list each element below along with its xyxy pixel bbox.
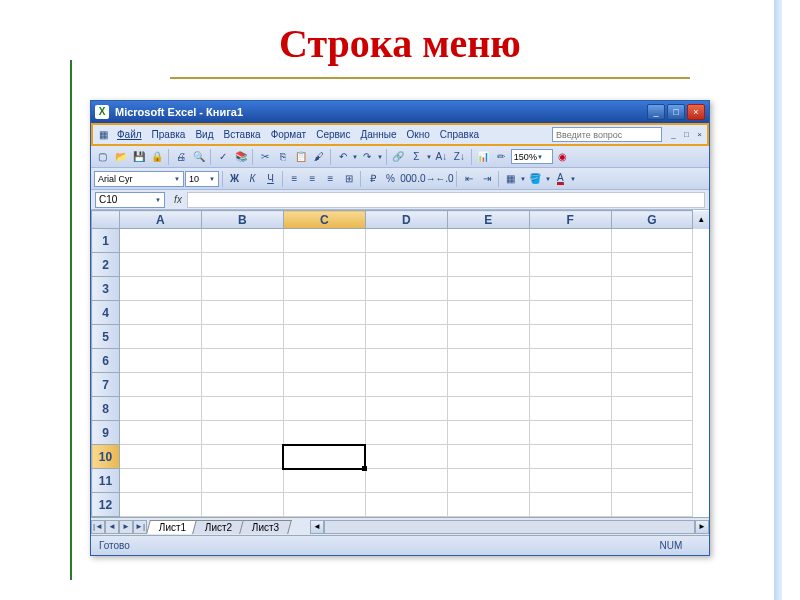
column-header-C[interactable]: C xyxy=(283,211,365,229)
menu-help[interactable]: Справка xyxy=(435,127,484,142)
sheet-tab-2[interactable]: Лист2 xyxy=(192,520,245,534)
cell-G4[interactable] xyxy=(611,301,693,325)
sheet-tab-1[interactable]: Лист1 xyxy=(146,520,199,534)
align-right-icon[interactable]: ≡ xyxy=(322,170,339,187)
column-header-E[interactable]: E xyxy=(447,211,529,229)
cell-F9[interactable] xyxy=(529,421,611,445)
drawing-icon[interactable]: ✏ xyxy=(493,148,510,165)
cell-D5[interactable] xyxy=(365,325,447,349)
cell-E5[interactable] xyxy=(447,325,529,349)
doc-close[interactable]: × xyxy=(694,129,705,140)
cell-B6[interactable] xyxy=(201,349,283,373)
column-header-A[interactable]: A xyxy=(119,211,201,229)
format-painter-icon[interactable]: 🖌 xyxy=(310,148,327,165)
cell-A10[interactable] xyxy=(119,445,201,469)
row-header-10[interactable]: 10 xyxy=(92,445,120,469)
vertical-scrollbar[interactable]: ▲ xyxy=(693,211,709,229)
scroll-left-icon[interactable]: ◄ xyxy=(310,520,324,534)
cell-A2[interactable] xyxy=(119,253,201,277)
merge-center-icon[interactable]: ⊞ xyxy=(340,170,357,187)
cell-B12[interactable] xyxy=(201,493,283,517)
row-header-7[interactable]: 7 xyxy=(92,373,120,397)
cell-B7[interactable] xyxy=(201,373,283,397)
fx-icon[interactable]: fx xyxy=(169,194,187,205)
align-left-icon[interactable]: ≡ xyxy=(286,170,303,187)
cell-G5[interactable] xyxy=(611,325,693,349)
decrease-indent-icon[interactable]: ⇤ xyxy=(460,170,477,187)
zoom-combo[interactable]: 150%▼ xyxy=(511,149,553,164)
cell-D4[interactable] xyxy=(365,301,447,325)
cell-E7[interactable] xyxy=(447,373,529,397)
tab-first[interactable]: |◄ xyxy=(91,520,105,534)
close-button[interactable]: × xyxy=(687,104,705,120)
copy-icon[interactable]: ⎘ xyxy=(274,148,291,165)
comma-icon[interactable]: 000 xyxy=(400,170,417,187)
control-icon[interactable]: ▦ xyxy=(95,126,112,143)
column-header-B[interactable]: B xyxy=(201,211,283,229)
cell-F12[interactable] xyxy=(529,493,611,517)
cell-C11[interactable] xyxy=(283,469,365,493)
permission-icon[interactable]: 🔒 xyxy=(148,148,165,165)
cell-E6[interactable] xyxy=(447,349,529,373)
autosum-button[interactable]: Σ▼ xyxy=(408,148,432,165)
cell-D6[interactable] xyxy=(365,349,447,373)
cell-A8[interactable] xyxy=(119,397,201,421)
cell-E11[interactable] xyxy=(447,469,529,493)
cell-E10[interactable] xyxy=(447,445,529,469)
font-combo[interactable]: Arial Cyr▼ xyxy=(94,171,184,187)
menu-format[interactable]: Формат xyxy=(266,127,312,142)
cell-G2[interactable] xyxy=(611,253,693,277)
help-icon[interactable]: ◉ xyxy=(554,148,571,165)
hyperlink-icon[interactable]: 🔗 xyxy=(390,148,407,165)
paste-icon[interactable]: 📋 xyxy=(292,148,309,165)
name-box[interactable]: C10▼ xyxy=(95,192,165,208)
cell-F11[interactable] xyxy=(529,469,611,493)
column-header-D[interactable]: D xyxy=(365,211,447,229)
menu-window[interactable]: Окно xyxy=(402,127,435,142)
cell-G6[interactable] xyxy=(611,349,693,373)
cell-A1[interactable] xyxy=(119,229,201,253)
select-all-corner[interactable] xyxy=(92,211,120,229)
menu-tools[interactable]: Сервис xyxy=(311,127,355,142)
cell-D12[interactable] xyxy=(365,493,447,517)
horizontal-scrollbar[interactable]: ◄ ► xyxy=(310,520,709,534)
scroll-right-icon[interactable]: ► xyxy=(695,520,709,534)
row-header-3[interactable]: 3 xyxy=(92,277,120,301)
cell-B9[interactable] xyxy=(201,421,283,445)
cell-E12[interactable] xyxy=(447,493,529,517)
cell-D2[interactable] xyxy=(365,253,447,277)
currency-icon[interactable]: ₽ xyxy=(364,170,381,187)
cell-D9[interactable] xyxy=(365,421,447,445)
minimize-button[interactable]: _ xyxy=(647,104,665,120)
maximize-button[interactable]: □ xyxy=(667,104,685,120)
fill-color-button[interactable]: 🪣▼ xyxy=(527,170,551,187)
cell-C6[interactable] xyxy=(283,349,365,373)
cell-B10[interactable] xyxy=(201,445,283,469)
redo-button[interactable]: ↷▼ xyxy=(359,148,383,165)
cell-C12[interactable] xyxy=(283,493,365,517)
cell-A4[interactable] xyxy=(119,301,201,325)
cell-E8[interactable] xyxy=(447,397,529,421)
cell-E1[interactable] xyxy=(447,229,529,253)
increase-indent-icon[interactable]: ⇥ xyxy=(478,170,495,187)
cell-E3[interactable] xyxy=(447,277,529,301)
cell-D10[interactable] xyxy=(365,445,447,469)
cell-F6[interactable] xyxy=(529,349,611,373)
open-icon[interactable]: 📂 xyxy=(112,148,129,165)
font-color-button[interactable]: A▼ xyxy=(552,170,576,187)
cell-D11[interactable] xyxy=(365,469,447,493)
cell-B4[interactable] xyxy=(201,301,283,325)
cell-B1[interactable] xyxy=(201,229,283,253)
cell-G12[interactable] xyxy=(611,493,693,517)
cell-B5[interactable] xyxy=(201,325,283,349)
decrease-decimal-icon[interactable]: ←.0 xyxy=(436,170,453,187)
row-header-5[interactable]: 5 xyxy=(92,325,120,349)
spelling-icon[interactable]: ✓ xyxy=(214,148,231,165)
sort-asc-icon[interactable]: A↓ xyxy=(433,148,450,165)
borders-button[interactable]: ▦▼ xyxy=(502,170,526,187)
sheet-tab-3[interactable]: Лист3 xyxy=(239,520,292,534)
cell-C8[interactable] xyxy=(283,397,365,421)
underline-icon[interactable]: Ч xyxy=(262,170,279,187)
column-header-G[interactable]: G xyxy=(611,211,693,229)
cell-G3[interactable] xyxy=(611,277,693,301)
